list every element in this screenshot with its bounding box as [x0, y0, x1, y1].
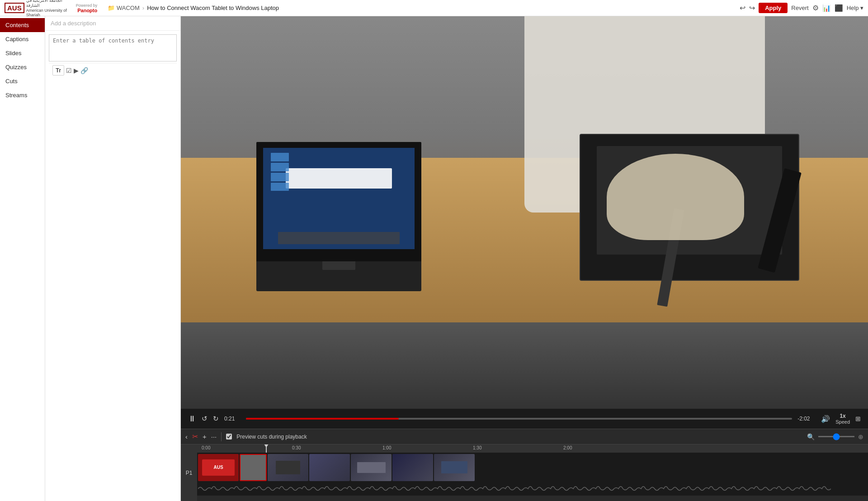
ruler-mark-100: 1:00 — [382, 444, 391, 450]
breadcrumb-title: How to Connect Wacom Tablet to Windows L… — [147, 5, 279, 11]
sidebar-item-slides[interactable]: Slides — [0, 46, 45, 60]
speed-control[interactable]: 1x Speed — [835, 413, 850, 425]
player-controls: ⏸ ↺ ↻ 0:21 -2:02 🔊 1x Speed ⊞ — [181, 409, 868, 429]
header-actions: ↩ ↪ Apply Revert ⚙ 📊 ⬛ Help ▾ — [740, 3, 863, 13]
sidebar-item-contents[interactable]: Contents — [0, 18, 45, 32]
university-name: الجامعة الأمريكية في الشارقة American Un… — [26, 0, 71, 18]
help-menu[interactable]: Help ▾ — [847, 5, 863, 11]
zoom-slider[interactable] — [818, 436, 854, 437]
toolbar-separator — [221, 432, 222, 441]
forward-button[interactable]: ↻ — [213, 415, 219, 423]
signout-icon[interactable]: ⬛ — [835, 4, 843, 12]
video-container[interactable] — [181, 16, 868, 409]
video-area: ⏸ ↺ ↻ 0:21 -2:02 🔊 1x Speed ⊞ ‹ ✂ + ··· — [181, 16, 868, 501]
video-scene — [181, 16, 868, 409]
stats-icon[interactable]: 📊 — [822, 4, 831, 12]
timeline-search-icon[interactable]: 🔍 — [807, 433, 815, 440]
scissors-button[interactable]: ✂ — [192, 432, 198, 441]
breadcrumb-separator: › — [142, 5, 144, 11]
thumbnail-7[interactable] — [434, 454, 475, 481]
timeline-ruler: 0:00 0:30 1:00 1:30 2:00 — [197, 444, 868, 453]
thumbnail-4[interactable] — [309, 454, 350, 481]
sidebar-item-captions[interactable]: Captions — [0, 32, 45, 46]
waveform-svg: // Generate waveform bars via inline SVG… — [198, 482, 831, 496]
preview-checkbox[interactable] — [226, 434, 232, 440]
breadcrumb: 📁 WACOM › How to Connect Wacom Tablet to… — [108, 5, 736, 11]
current-time: 0:21 — [224, 416, 241, 422]
waveform: // Generate waveform bars via inline SVG… — [197, 482, 868, 496]
header: AUS الجامعة الأمريكية في الشارقة America… — [0, 0, 868, 16]
grid-view-icon[interactable]: ⊞ — [855, 415, 861, 422]
toc-link-icon[interactable]: 🔗 — [80, 67, 88, 74]
toc-video-icon[interactable]: ▶ — [74, 67, 79, 74]
timeline-back-button[interactable]: ‹ — [185, 433, 188, 440]
add-description[interactable]: Add a description — [51, 20, 96, 27]
ruler-mark-130: 1:30 — [473, 444, 481, 450]
sidebar-item-cuts[interactable]: Cuts — [0, 74, 45, 88]
redo-button[interactable]: ↪ — [749, 4, 755, 12]
add-cut-button[interactable]: + — [203, 433, 207, 440]
thumbnail-6[interactable] — [392, 454, 433, 481]
logo: AUS الجامعة الأمريكية في الشارقة America… — [5, 0, 97, 18]
thumbnail-1[interactable]: AUS — [198, 454, 239, 481]
timeline-tracks[interactable]: 0:00 0:30 1:00 1:30 2:00 AUS — [197, 444, 868, 501]
breadcrumb-folder[interactable]: 📁 WACOM — [108, 5, 140, 11]
timeline-right-actions: 🔍 ⊕ — [807, 433, 863, 440]
timeline-toolbar: ‹ ✂ + ··· Preview cuts during playback 🔍… — [181, 429, 868, 444]
time-remaining: -2:02 — [797, 416, 816, 422]
description-area: Add a description — [45, 16, 180, 31]
folder-name[interactable]: WACOM — [117, 5, 140, 11]
volume-icon[interactable]: 🔊 — [821, 415, 830, 423]
pause-button[interactable]: ⏸ — [188, 414, 196, 424]
toc-text-button[interactable]: Tr — [52, 65, 64, 76]
timeline-thumbnails: AUS — [197, 453, 868, 482]
aus-logo-text: AUS — [5, 3, 24, 13]
folder-icon: 📁 — [108, 5, 115, 11]
timeline-content: P1 0:00 0:30 1:00 1:30 2:00 — [181, 444, 868, 501]
sidebar-item-quizzes[interactable]: Quizzes — [0, 60, 45, 74]
ruler-mark-000: 0:00 — [202, 444, 210, 450]
settings-icon[interactable]: ⚙ — [812, 4, 819, 12]
revert-button[interactable]: Revert — [791, 5, 808, 11]
apply-button[interactable]: Apply — [759, 3, 788, 13]
undo-button[interactable]: ↩ — [740, 4, 745, 12]
thumbnail-2[interactable] — [240, 454, 267, 481]
track-label: P1 — [181, 444, 197, 501]
zoom-fit-icon[interactable]: ⊕ — [858, 433, 863, 440]
rewind-button[interactable]: ↺ — [202, 415, 208, 423]
toc-entry-area: Tr ☑ ▶ 🔗 — [49, 34, 177, 77]
playhead — [266, 444, 267, 453]
progress-fill — [246, 418, 399, 420]
thumbnail-3[interactable] — [268, 454, 308, 481]
preview-label: Preview cuts during playback — [236, 434, 307, 440]
progress-bar[interactable] — [246, 418, 792, 420]
toc-toolbar: Tr ☑ ▶ 🔗 — [49, 63, 177, 77]
toc-checkbox-icon[interactable]: ☑ — [66, 67, 72, 74]
sidebar: Contents Captions Slides Quizzes Cuts St… — [0, 16, 45, 501]
timeline-area: ‹ ✂ + ··· Preview cuts during playback 🔍… — [181, 429, 868, 501]
more-options-button[interactable]: ··· — [211, 433, 217, 440]
thumbnail-5[interactable] — [351, 454, 392, 481]
main-layout: Contents Captions Slides Quizzes Cuts St… — [0, 16, 868, 501]
toc-input[interactable] — [49, 34, 177, 61]
sidebar-item-streams[interactable]: Streams — [0, 88, 45, 102]
ruler-mark-200: 2:00 — [563, 444, 572, 450]
ruler-mark-030: 0:30 — [292, 444, 301, 450]
powered-by: Powered by Panopto — [76, 3, 98, 13]
content-panel: Add a description Tr ☑ ▶ 🔗 — [45, 16, 181, 501]
logo-area: AUS الجامعة الأمريكية في الشارقة America… — [5, 0, 104, 18]
